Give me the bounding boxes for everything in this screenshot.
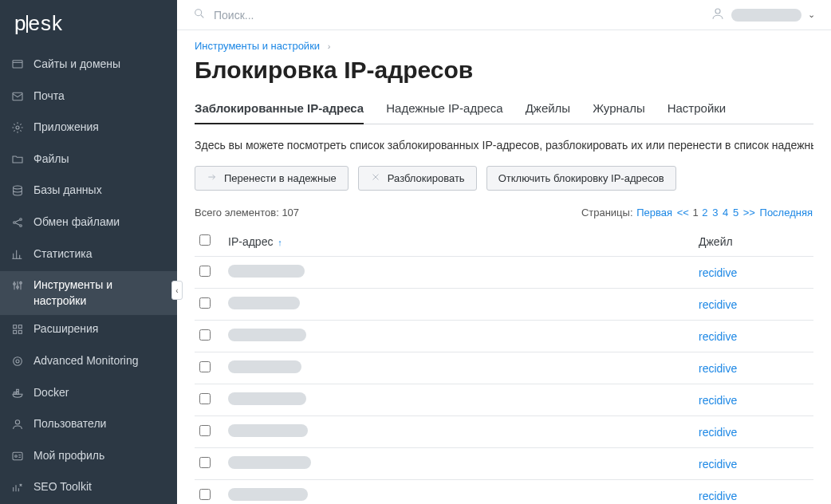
row-checkbox[interactable]	[199, 393, 211, 404]
user-name-placeholder	[731, 9, 801, 22]
svg-rect-20	[14, 331, 17, 334]
jail-link[interactable]: recidive	[699, 394, 737, 407]
row-checkbox[interactable]	[199, 425, 211, 436]
sidebar-item[interactable]: Пользователи	[0, 410, 177, 442]
select-all-checkbox[interactable]	[199, 234, 211, 246]
breadcrumb-link[interactable]: Инструменты и настройки	[195, 40, 320, 52]
ip-address-masked	[228, 329, 306, 341]
sidebar-item[interactable]: Сайты и домены	[0, 50, 177, 82]
tab[interactable]: Джейлы	[526, 101, 570, 124]
total-label: Всего элементов:	[195, 207, 279, 219]
svg-point-35	[195, 10, 202, 16]
main: ⌄ Инструменты и настройки › Блокировка I…	[177, 0, 831, 504]
pager-prev[interactable]: <<	[677, 207, 689, 219]
svg-point-3	[16, 126, 19, 129]
sidebar-item[interactable]: SEO Toolkit	[0, 473, 177, 504]
sidebar-item[interactable]: Почта	[0, 82, 177, 114]
ip-address-masked	[228, 360, 301, 373]
jail-link[interactable]: recidive	[699, 266, 737, 279]
tab[interactable]: Заблокированные IP-адреса	[195, 101, 364, 124]
cross-icon	[370, 171, 381, 185]
arrow-right-icon	[207, 171, 218, 185]
sidebar-item[interactable]: Инструменты и настройки	[0, 271, 177, 315]
mail-icon	[11, 89, 24, 108]
row-checkbox[interactable]	[199, 266, 211, 277]
svg-point-5	[14, 222, 16, 224]
share-icon	[11, 215, 24, 234]
row-checkbox[interactable]	[199, 489, 211, 500]
col-ip-header[interactable]: IP-адрес ↑	[223, 226, 694, 257]
sidebar-collapse-toggle[interactable]: ‹	[171, 281, 183, 300]
sidebar-item[interactable]: Мой профиль	[0, 442, 177, 474]
list-meta: Всего элементов: 107 Страницы: Первая <<…	[195, 207, 813, 219]
jail-link[interactable]: recidive	[699, 362, 737, 375]
jail-link[interactable]: recidive	[699, 490, 737, 502]
col-ip-label: IP-адрес	[228, 235, 273, 248]
move-to-trusted-button[interactable]: Перенести в надежные	[195, 166, 349, 191]
jail-link[interactable]: recidive	[699, 458, 737, 471]
row-checkbox[interactable]	[199, 361, 211, 372]
row-checkbox[interactable]	[199, 457, 211, 468]
sidebar-item[interactable]: Docker	[0, 379, 177, 411]
table-row: recidive	[195, 448, 813, 480]
table-row: recidive	[195, 352, 813, 384]
svg-point-6	[20, 219, 22, 221]
sidebar-item[interactable]: Базы данных	[0, 176, 177, 208]
jail-link[interactable]: recidive	[699, 426, 737, 439]
seo-icon	[11, 479, 24, 498]
row-checkbox[interactable]	[199, 297, 211, 309]
sidebar-item[interactable]: Приложения	[0, 113, 177, 145]
svg-point-27	[15, 420, 19, 424]
sliders-icon	[11, 278, 24, 297]
table-row: recidive	[195, 289, 813, 321]
tab[interactable]: Журналы	[593, 101, 645, 124]
sidebar-item[interactable]: Файлы	[0, 145, 177, 177]
ip-table: IP-адрес ↑ Джейл recidiverecidiverecidiv…	[195, 226, 813, 504]
pager-last[interactable]: Последняя	[760, 207, 813, 219]
ip-address-masked	[228, 297, 300, 309]
svg-point-22	[14, 357, 22, 366]
ip-address-masked	[228, 392, 306, 405]
pager-next[interactable]: >>	[743, 207, 755, 219]
sidebar-item-label: Расширения	[33, 321, 98, 337]
sidebar-item[interactable]: Обмен файлами	[0, 208, 177, 240]
toolbar: Перенести в надежные Разблокировать Откл…	[195, 166, 813, 191]
col-jail-header[interactable]: Джейл	[694, 226, 813, 257]
pager-page[interactable]: 4	[723, 207, 728, 219]
pager: Страницы: Первая << 1 2 3 4 5 >> Последн…	[581, 207, 813, 219]
svg-point-23	[16, 360, 19, 363]
sidebar-item[interactable]: Расширения	[0, 315, 177, 347]
tab[interactable]: Надежные IP-адреса	[386, 101, 503, 124]
table-row: recidive	[195, 257, 813, 289]
chevron-right-icon: ›	[328, 41, 331, 51]
sidebar-item-label: Пользователи	[33, 416, 106, 432]
tab[interactable]: Настройки	[668, 101, 727, 124]
jail-link[interactable]: recidive	[699, 298, 737, 311]
unblock-button[interactable]: Разблокировать	[358, 166, 477, 191]
pager-page[interactable]: 5	[733, 207, 738, 219]
sidebar-item[interactable]: Advanced Monitoring	[0, 347, 177, 379]
sidebar-item-label: SEO Toolkit	[33, 479, 92, 495]
row-checkbox[interactable]	[199, 329, 211, 341]
disable-ip-blocking-button[interactable]: Отключить блокировку IP-адресов	[486, 166, 676, 191]
search-wrap	[193, 7, 711, 22]
svg-point-37	[715, 9, 720, 14]
svg-rect-0	[13, 61, 22, 68]
pager-first[interactable]: Первая	[636, 207, 672, 219]
sidebar-item-label: Docker	[33, 385, 69, 401]
ip-address-masked	[228, 456, 311, 469]
user-menu[interactable]: ⌄	[711, 6, 815, 23]
page-title: Блокировка IP-адресов	[195, 57, 813, 84]
breadcrumb: Инструменты и настройки ›	[195, 40, 813, 52]
button-label: Разблокировать	[388, 172, 465, 184]
table-row: recidive	[195, 416, 813, 448]
svg-point-4	[14, 186, 22, 189]
sort-asc-icon: ↑	[278, 238, 282, 247]
content: Инструменты и настройки › Блокировка IP-…	[177, 30, 831, 504]
pager-page[interactable]: 3	[712, 207, 718, 219]
jail-link[interactable]: recidive	[699, 330, 737, 343]
sidebar-item[interactable]: Статистика	[0, 240, 177, 272]
tabs: Заблокированные IP-адресаНадежные IP-адр…	[195, 101, 813, 124]
search-input[interactable]	[214, 9, 453, 22]
pager-page[interactable]: 2	[702, 207, 707, 219]
